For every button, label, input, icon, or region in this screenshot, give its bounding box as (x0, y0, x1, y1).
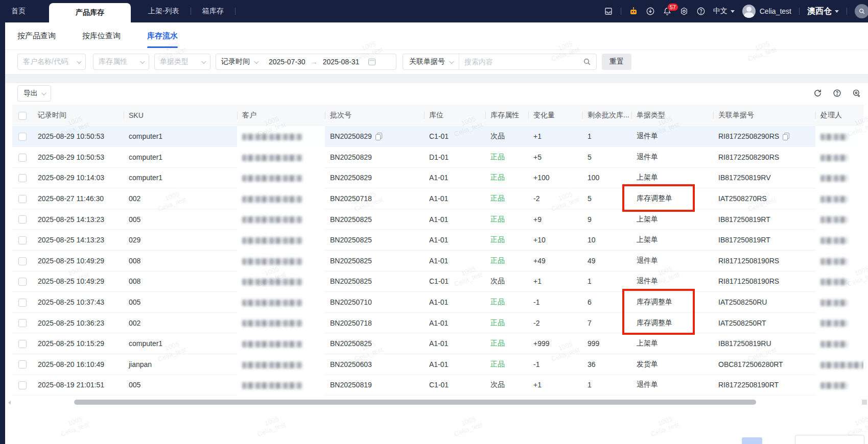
header-doc-type[interactable]: 单据类型 (631, 105, 713, 126)
subtab-by-product[interactable]: 按产品查询 (17, 22, 56, 50)
table-row[interactable]: 2025-08-29 10:50:53 computer1 BN20250829… (12, 147, 863, 168)
doc-type-select[interactable]: 单据类型 (154, 54, 210, 70)
cell-location: A1-01 (424, 230, 485, 251)
date-start[interactable]: 2025-07-30 (269, 58, 306, 66)
scrollbar-thumb[interactable] (74, 400, 756, 405)
user-menu[interactable]: Celia_test (742, 5, 791, 18)
top-tab-putaway-list[interactable]: 上架-列表 (137, 0, 191, 22)
row-checkbox[interactable] (18, 133, 27, 141)
cell-select (12, 167, 33, 188)
table-row[interactable]: 2025-08-25 10:36:23 002 BN20250718 A1-01… (12, 312, 863, 333)
notification-badge: 57 (667, 3, 678, 11)
download-icon[interactable] (646, 7, 655, 16)
table-row[interactable]: 2025-08-19 21:01:51 005 BN20250819 C1-01… (12, 375, 863, 396)
header-location[interactable]: 库位 (424, 105, 485, 126)
copy-batch-icon[interactable] (376, 133, 382, 139)
help-circle-icon[interactable] (833, 89, 841, 97)
annotation-box-adjustment-1 (622, 184, 695, 212)
select-all-checkbox[interactable] (18, 112, 27, 120)
cell-related-doc: RI81712508190RS (713, 271, 815, 292)
header-related-doc[interactable]: 关联单据号 (713, 105, 815, 126)
cell-remaining-batch: 1 (582, 126, 631, 147)
date-range-picker[interactable]: 2025-07-30 → 2025-08-31 (269, 58, 376, 66)
row-checkbox[interactable] (18, 257, 27, 265)
row-checkbox[interactable] (18, 360, 27, 368)
settings-hex-icon[interactable] (679, 7, 689, 16)
row-checkbox[interactable] (18, 236, 27, 244)
date-end[interactable]: 2025-08-31 (323, 58, 360, 66)
header-inventory-attr[interactable]: 库存属性 (485, 105, 528, 126)
time-field-select[interactable]: 记录时间 (221, 57, 250, 66)
robot-assistant-icon[interactable] (629, 7, 638, 16)
header-remaining-batch[interactable]: 剩余批次库... (582, 105, 631, 126)
row-checkbox[interactable] (18, 195, 27, 203)
subtab-by-location[interactable]: 按库位查询 (82, 22, 121, 50)
cell-record-time: 2025-08-19 21:01:51 (33, 375, 124, 396)
copy-related-icon[interactable] (783, 133, 789, 139)
search-avatar-icon[interactable] (855, 4, 868, 18)
row-checkbox[interactable] (18, 278, 27, 286)
row-checkbox[interactable] (18, 381, 27, 389)
table-row[interactable]: 2025-08-25 10:15:29 computer1 BN20250825… (12, 333, 863, 354)
header-customer[interactable]: 客户 (237, 105, 325, 126)
table-row[interactable]: 2025-08-25 10:49:29 008 BN20250825 A1-01… (12, 251, 863, 272)
pagination-page-size-select[interactable] (795, 435, 864, 444)
search-input[interactable] (459, 58, 583, 66)
cell-remaining-batch: 1 (582, 375, 631, 396)
warehouse-selector[interactable]: 澳西仓 (807, 6, 839, 17)
subtab-bar: 按产品查询 按库位查询 库存流水 (5, 22, 868, 50)
export-button[interactable]: 导出 (17, 85, 51, 102)
table-row[interactable]: 2025-08-20 16:10:49 jianpan BN20250603 A… (12, 354, 863, 375)
table-row[interactable]: 2025-08-25 10:49:29 008 BN20250825 C1-01… (12, 271, 863, 292)
help-icon[interactable] (696, 7, 706, 16)
row-checkbox[interactable] (18, 319, 27, 327)
table-tool-icons (813, 89, 861, 97)
row-checkbox[interactable] (18, 174, 27, 182)
table-row[interactable]: 2025-08-25 10:37:43 005 BN20250710 A1-01… (12, 292, 863, 313)
header-batch-no[interactable]: 批次号 (325, 105, 424, 126)
table-row[interactable]: 2025-08-27 11:46:30 002 BN20250718 A1-01… (12, 188, 863, 209)
chevron-down-icon (254, 59, 259, 64)
refresh-icon[interactable] (813, 89, 822, 97)
header-handler[interactable]: 处理人 (815, 105, 863, 126)
pagination-page-button[interactable] (742, 437, 762, 444)
row-checkbox[interactable] (18, 215, 27, 224)
cell-record-time: 2025-08-27 11:46:30 (33, 188, 124, 209)
search-icon[interactable] (583, 58, 591, 66)
cell-location: C1-01 (424, 126, 485, 147)
cell-location: A1-01 (424, 251, 485, 272)
cell-batch-no: BN20250718 (325, 188, 424, 209)
cell-location: A1-01 (424, 354, 485, 375)
chevron-down-icon (140, 59, 145, 64)
horizontal-scrollbar[interactable] (5, 399, 868, 406)
row-checkbox[interactable] (18, 154, 27, 162)
top-tab-box-inventory[interactable]: 箱库存 (191, 0, 235, 22)
handler-blur-blob (820, 155, 848, 161)
header-sku[interactable]: SKU (124, 105, 237, 126)
top-tab-product-inventory[interactable]: 产品库存 (49, 3, 131, 22)
column-settings-icon[interactable] (852, 89, 861, 97)
customer-select[interactable]: 客户名称/代码 (17, 54, 86, 70)
table-row[interactable]: 2025-08-29 10:50:53 computer1 BN20250829… (12, 126, 863, 147)
customer-blur-blob (242, 175, 302, 182)
inventory-attr-select[interactable]: 库存属性 (93, 54, 149, 70)
row-checkbox[interactable] (18, 299, 27, 307)
tab-divider (235, 8, 236, 15)
cell-related-doc: IAT2508250RU (713, 292, 815, 313)
subtab-inventory-flow[interactable]: 库存流水 (147, 22, 178, 50)
scroll-left-arrow-icon[interactable] (8, 401, 11, 405)
customer-blur-blob (242, 134, 302, 140)
table-row[interactable]: 2025-08-29 10:14:03 computer1 BN20250829… (12, 167, 863, 188)
language-selector[interactable]: 中文 (713, 7, 735, 16)
header-change-qty[interactable]: 变化量 (528, 105, 582, 126)
notifications[interactable]: 57 (663, 7, 672, 16)
row-checkbox[interactable] (18, 340, 27, 348)
inbox-icon[interactable] (604, 7, 613, 16)
top-tab-home[interactable]: 首页 (0, 0, 37, 22)
table-row[interactable]: 2025-08-25 14:13:23 005 BN20250825 A1-01… (12, 209, 863, 230)
header-record-time[interactable]: 记录时间 (33, 105, 124, 126)
table-row[interactable]: 2025-08-25 14:13:23 029 BN20250825 A1-01… (12, 230, 863, 251)
header-select-all (12, 105, 33, 126)
related-doc-select[interactable]: 关联单据号 (403, 54, 459, 69)
reset-button[interactable]: 重置 (602, 54, 631, 70)
